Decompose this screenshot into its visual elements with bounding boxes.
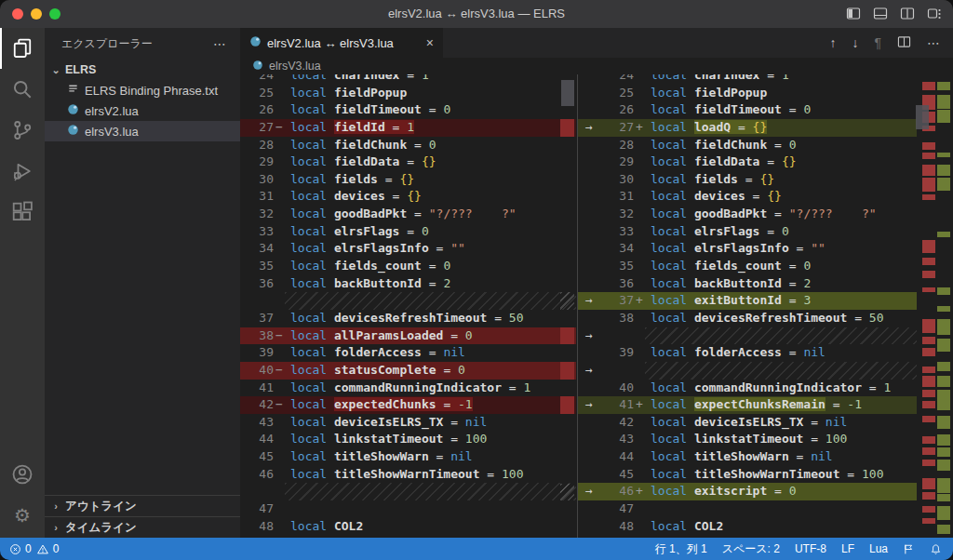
diff-change-arrow-icon[interactable]: → — [578, 292, 600, 310]
feedback-flag-icon[interactable] — [903, 543, 915, 555]
diff-line-marker — [634, 137, 645, 154]
line-number: 39 — [600, 344, 634, 362]
lua-file-icon — [249, 35, 262, 50]
diff-change-arrow-icon[interactable]: → — [578, 396, 600, 414]
file-row-binding-phrase[interactable]: ELRS Binding Phrase.txt — [45, 80, 240, 100]
code-line: 29local fieldData = {} — [578, 153, 917, 171]
diff-line-marker — [274, 466, 285, 484]
overview-added-mark — [937, 178, 950, 191]
tab-bar: elrsV2.lua ↔ elrsV3.lua × ↑ ↓ ¶ ⋯ — [240, 28, 953, 58]
split-editor-icon[interactable] — [897, 35, 911, 51]
diff-change-arrow-icon[interactable]: → — [578, 119, 600, 137]
file-row-elrsv2[interactable]: elrsV2.lua — [45, 100, 240, 121]
toggle-panel-icon[interactable] — [873, 7, 888, 20]
encoding[interactable]: UTF-8 — [795, 542, 826, 555]
glyph-margin — [578, 310, 600, 327]
language-mode[interactable]: Lua — [869, 542, 888, 555]
glyph-margin — [578, 275, 600, 293]
breadcrumb[interactable]: elrsV3.lua — [240, 58, 953, 74]
line-number — [240, 483, 274, 500]
line-number: 31 — [240, 188, 274, 206]
close-tab-icon[interactable]: × — [426, 35, 434, 50]
code-text: local commandRunningIndicator = 1 — [285, 380, 576, 397]
overview-added-mark — [937, 376, 950, 387]
chevron-right-icon: › — [50, 500, 61, 512]
run-debug-icon[interactable] — [0, 151, 45, 192]
diff-change-arrow-icon[interactable]: → — [578, 483, 600, 500]
diff-line-marker — [634, 275, 645, 293]
problems-warnings[interactable]: 0 — [36, 542, 60, 555]
file-row-elrsv3[interactable]: elrsV3.lua — [45, 121, 240, 141]
source-control-icon[interactable] — [0, 110, 45, 151]
code-text: local fieldTimeout = 0 — [645, 101, 917, 119]
code-line: 26local fieldTimeout = 0 — [578, 101, 917, 119]
overview-added-mark — [937, 232, 950, 237]
line-number: 43 — [600, 431, 634, 448]
outline-section[interactable]: › アウトライン — [45, 495, 240, 516]
code-text: local devicesRefreshTimeout = 50 — [645, 310, 917, 327]
glyph-margin — [578, 448, 600, 466]
overview-added-mark — [937, 447, 950, 457]
glyph-margin — [578, 344, 600, 362]
problems-errors[interactable]: 0 — [9, 542, 32, 555]
notifications-bell-icon[interactable] — [930, 543, 942, 555]
timeline-section[interactable]: › タイムライン — [45, 516, 240, 538]
tab-diff-elrsv2-elrsv3[interactable]: elrsV2.lua ↔ elrsV3.lua × — [240, 28, 443, 58]
line-number: 31 — [600, 188, 634, 206]
overview-added-mark — [937, 339, 950, 352]
code-line: 38local devicesRefreshTimeout = 50 — [578, 310, 917, 327]
diff-change-arrow-icon[interactable]: → — [578, 327, 600, 345]
overview-removed-mark — [922, 376, 935, 387]
title-bar: elrsV2.lua ↔ elrsV3.lua — ELRS — [0, 0, 953, 28]
settings-gear-icon[interactable]: ⚙ — [0, 495, 45, 536]
code-text — [645, 362, 917, 380]
diff-line-marker — [274, 431, 285, 448]
previous-change-icon[interactable]: ↑ — [829, 35, 836, 50]
explorer-icon[interactable] — [0, 28, 45, 69]
code-line: 44local linkstatTimeout = 100 — [240, 431, 576, 448]
line-number: 33 — [600, 223, 634, 241]
next-change-icon[interactable]: ↓ — [852, 35, 858, 50]
code-text — [285, 500, 576, 518]
code-text: local titleShowWarn = nil — [285, 448, 576, 466]
explorer-more-actions-icon[interactable]: ⋯ — [213, 36, 227, 51]
line-number: 48 — [600, 518, 634, 536]
code-text: local charIndex = 1 — [645, 74, 917, 85]
code-text: local devicesRefreshTimeout = 50 — [285, 310, 576, 327]
glyph-margin — [578, 466, 600, 484]
folder-row-elrs[interactable]: ⌄ ELRS — [45, 60, 240, 80]
code-line: 34local elrsFlagsInfo = "" — [578, 240, 917, 258]
code-text — [285, 292, 576, 310]
line-number: 47 — [600, 500, 634, 518]
line-number: 33 — [240, 223, 274, 241]
indentation[interactable]: スペース: 2 — [722, 541, 780, 557]
overview-added-mark — [937, 525, 950, 534]
diff-line-marker — [634, 362, 645, 380]
overview-added-mark — [937, 390, 950, 401]
customize-layout-icon[interactable] — [927, 7, 942, 20]
diff-line-marker: + — [634, 119, 645, 137]
render-whitespace-icon[interactable]: ¶ — [874, 35, 881, 50]
editor-group: elrsV2.lua ↔ elrsV3.lua × ↑ ↓ ¶ ⋯ elrsV3… — [240, 28, 953, 538]
line-number: 29 — [240, 153, 274, 171]
scrollbar-thumb-left[interactable] — [561, 80, 574, 106]
diff-change-arrow-icon[interactable]: → — [578, 362, 600, 380]
line-number: 27 — [240, 119, 274, 137]
code-line: 45local titleShowWarnTimeout = 100 — [578, 466, 917, 484]
search-icon[interactable] — [0, 69, 45, 110]
toggle-sidebar-icon[interactable] — [846, 7, 861, 20]
diff-line-marker — [634, 171, 645, 189]
split-editor-layout-icon[interactable] — [900, 7, 915, 20]
code-line: 24local charIndex = 1 — [578, 74, 917, 85]
glyph-margin — [578, 518, 600, 536]
code-line: 28local fieldChunk = 0 — [578, 137, 917, 154]
accounts-icon[interactable] — [0, 454, 45, 495]
scrollbar-thumb-right[interactable] — [916, 105, 929, 129]
overview-added-mark — [937, 434, 950, 446]
eol-sequence[interactable]: LF — [841, 542, 854, 555]
diff-line-marker — [274, 74, 285, 85]
more-actions-icon[interactable]: ⋯ — [927, 35, 940, 50]
cursor-position[interactable]: 行 1、列 1 — [655, 541, 707, 557]
extensions-icon[interactable] — [0, 192, 45, 233]
overview-added-mark — [937, 153, 950, 157]
